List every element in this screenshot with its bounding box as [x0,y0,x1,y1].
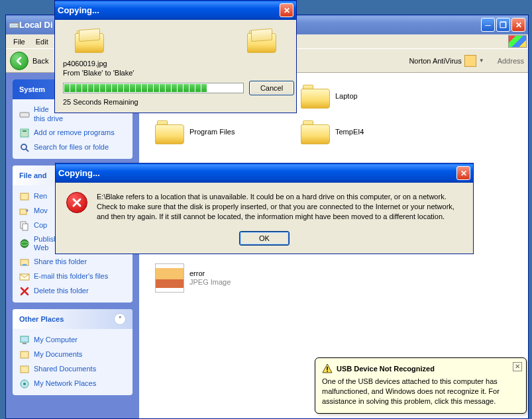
chevron-up-icon: ˄ [114,313,126,325]
folder-icon [301,85,330,109]
image-file-icon [155,263,184,293]
norton-button[interactable]: Norton AntiVirus ▼ [405,54,488,68]
svg-rect-8 [21,193,28,200]
menu-file[interactable]: File [9,36,30,47]
delete-icon [19,286,30,297]
copy-fromto: From 'Blake' to 'Blake' [63,69,288,77]
svg-rect-4 [21,129,28,137]
panel-title: File and [19,171,47,179]
cancel-button[interactable]: Cancel [249,81,294,95]
copy-icon [19,220,30,231]
folder-label: Program Files [189,128,235,136]
globe-icon [19,238,30,249]
link-search[interactable]: Search for files or folde [19,140,126,155]
link-add-remove[interactable]: Add or remove programs [19,126,126,140]
folder-open-icon [247,30,276,53]
norton-label: Norton AntiVirus [409,57,461,65]
drive-icon [19,109,30,120]
progress-bar [63,83,244,93]
svg-rect-16 [21,336,28,342]
error-message: E:\Blake refers to a location that is un… [97,192,462,222]
network-icon [19,379,30,389]
balloon-close-button[interactable]: ✕ [513,362,522,371]
svg-rect-5 [23,130,27,132]
svg-point-2 [17,24,18,26]
file-label: errorJPEG Image [189,269,231,287]
svg-point-6 [21,144,27,150]
svg-point-12 [21,240,28,248]
balloon-title: USB Device Not Recognized [337,365,435,373]
windows-flag-icon [508,35,527,48]
link-share[interactable]: Share this folder [19,255,126,269]
folder-icon [155,120,184,144]
balloon-body: One of the USB devices attached to this … [322,377,519,406]
chevron-down-icon: ▼ [479,58,484,64]
panel-title: Other Places [19,315,64,323]
svg-rect-18 [21,351,28,358]
close-button[interactable]: ✕ [511,18,525,32]
copy-progress-dialog: Copying... ✕ p4060019.jpg From 'Blake' t… [54,0,297,113]
norton-icon [464,55,476,67]
error-icon [66,192,87,213]
svg-rect-17 [23,343,27,344]
back-button[interactable] [10,52,28,70]
svg-rect-11 [23,224,28,230]
copy-dialog-titlebar[interactable]: Copying... ✕ [55,1,296,20]
move-icon [19,206,30,216]
link-my-computer[interactable]: My Computer [19,333,126,348]
drive-icon [9,20,19,30]
panel-other-places: Other Places ˄ My Computer My Documents … [13,309,133,395]
mail-icon [19,271,30,282]
close-button[interactable]: ✕ [280,3,293,17]
link-delete[interactable]: Delete this folder [19,284,126,299]
folder-label: Laptop [335,92,358,101]
svg-rect-23 [327,371,328,372]
link-email[interactable]: E-mail this folder's files [19,269,126,284]
link-shared-documents[interactable]: Shared Documents [19,362,126,377]
copy-filename: p4060019.jpg [63,60,288,68]
folder-item[interactable]: Laptop [301,85,420,109]
link-my-documents[interactable]: My Documents [19,348,126,362]
search-icon [19,142,30,153]
panel-header-other[interactable]: Other Places ˄ [13,309,133,329]
address-label: Address [498,57,524,65]
svg-rect-22 [327,367,328,370]
error-dialog-title: Copying... [58,168,456,178]
ok-button[interactable]: OK [239,231,290,246]
error-dialog-titlebar[interactable]: Copying... ✕ [56,163,473,183]
share-icon [19,257,30,267]
shared-icon [19,364,30,375]
link-network-places[interactable]: My Network Places [19,377,126,391]
minimize-button[interactable]: ─ [481,18,495,32]
svg-line-7 [26,149,28,152]
file-item[interactable]: errorJPEG Image [155,263,274,293]
back-label: Back [32,57,48,65]
menu-edit[interactable]: Edit [31,36,53,47]
maximize-button[interactable]: ❐ [496,18,510,32]
time-remaining: 25 Seconds Remaining [63,98,288,106]
folder-icon [301,120,330,144]
warning-icon [322,363,333,374]
programs-icon [19,128,30,138]
rename-icon [19,191,30,202]
folder-open-icon [75,30,104,53]
copy-dialog-title: Copying... [58,5,280,15]
svg-rect-9 [20,209,27,214]
svg-rect-19 [21,366,28,373]
panel-title: System [19,85,45,93]
documents-icon [19,349,30,360]
folder-item[interactable]: Program Files [155,120,274,144]
usb-notification-balloon[interactable]: ✕ USB Device Not Recognized One of the U… [315,357,527,414]
folder-item[interactable]: TempEI4 [301,120,420,144]
folder-label: TempEI4 [335,128,364,136]
svg-point-21 [23,383,26,385]
svg-rect-3 [20,113,29,117]
svg-rect-1 [11,24,16,26]
close-button[interactable]: ✕ [456,166,470,180]
error-dialog: Copying... ✕ E:\Blake refers to a locati… [55,163,474,254]
computer-icon [19,335,30,346]
